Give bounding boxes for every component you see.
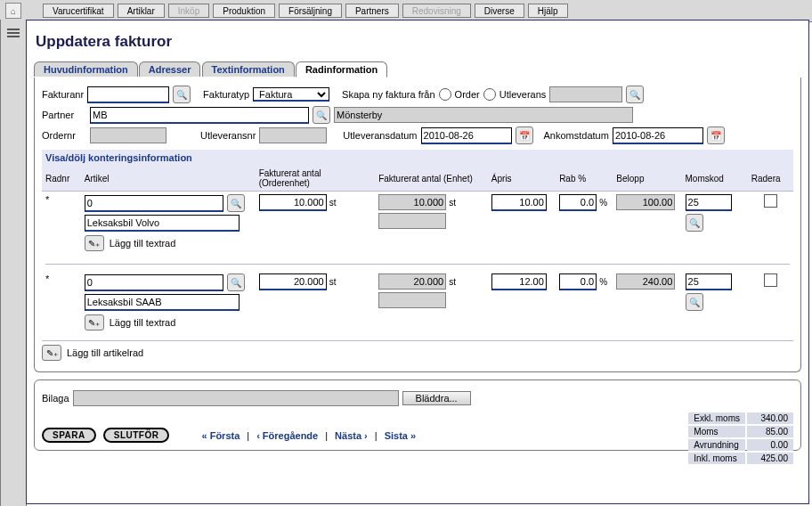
add-articlerow-label: Lägg till artikelrad (67, 347, 143, 358)
radnr-cell: * (42, 192, 81, 258)
menu-produktion[interactable]: Produktion (213, 4, 275, 18)
pager-last[interactable]: Sista » (385, 430, 416, 441)
avrundning-label: Avrundning (688, 439, 745, 451)
utleverans-ref-input (549, 86, 622, 102)
radera-checkbox[interactable] (764, 273, 777, 287)
artikel-code-input[interactable] (85, 195, 223, 212)
ordernr-input (90, 127, 166, 143)
artikel-name-input[interactable] (85, 215, 240, 232)
momskod-input[interactable] (686, 273, 732, 290)
col-rab: Rab % (556, 166, 613, 192)
belopp-input (616, 273, 675, 290)
fakt-enhet-input (378, 273, 446, 290)
belopp-input (616, 194, 675, 210)
tab-radinformation[interactable]: Radinformation (296, 61, 387, 78)
search-icon[interactable]: 🔍 (173, 86, 191, 103)
col-fakt-enhet: Fakturerat antal (Enhet) (375, 166, 488, 192)
fakturatyp-select[interactable]: Faktura (253, 87, 329, 102)
pager-sep: | (325, 430, 328, 441)
bilaga-input[interactable] (73, 390, 399, 406)
totals: Exkl. moms340.00 Moms85.00 Avrundning0.0… (686, 411, 795, 466)
search-icon[interactable]: 🔍 (313, 106, 330, 124)
ankomstdatum-input[interactable] (613, 127, 703, 144)
search-icon[interactable]: 🔍 (626, 86, 644, 103)
ankomstdatum-label: Ankomstdatum (544, 130, 609, 141)
pager-prev[interactable]: ‹ Föregående (256, 430, 318, 441)
table-row: * 🔍 ✎₊ Lägg till textrad st (42, 192, 793, 258)
moms-label: Moms (688, 426, 745, 437)
page-title: Uppdatera fakturor (27, 20, 808, 60)
menu-hjalp[interactable]: Hjälp (528, 4, 568, 18)
save-button[interactable]: SPARA (42, 428, 96, 443)
gutter-handle-icon (7, 36, 20, 37)
utleverans-radio[interactable] (483, 88, 496, 101)
finish-button[interactable]: SLUTFÖR (103, 428, 170, 443)
artikel-name-input[interactable] (85, 294, 240, 311)
pager-sep: | (375, 430, 378, 441)
incl-moms-value: 425.00 (747, 453, 793, 464)
radnr-cell: * (42, 271, 81, 337)
menu-redovisning: Redovisning (402, 4, 471, 18)
fakt-order-input[interactable] (259, 273, 327, 290)
enhet-unit: st (446, 198, 456, 208)
pager-first[interactable]: « Första (201, 430, 240, 441)
apris-input[interactable] (491, 273, 547, 290)
fakt-enhet-input (378, 194, 446, 210)
table-row: * 🔍 ✎₊ Lägg till textrad st (42, 271, 793, 337)
col-momskod: Momskod (682, 166, 748, 192)
add-textrow-button[interactable]: ✎₊ Lägg till textrad (85, 314, 252, 331)
bottom-panel: Bilaga Bläddra... Exkl. moms340.00 Moms8… (34, 380, 801, 451)
artikel-code-input[interactable] (85, 274, 223, 291)
fakturatyp-label: Fakturatyp (203, 89, 249, 100)
col-fakt-order: Fakturerat antal (Orderenhet) (256, 166, 376, 192)
fakt-order-input[interactable] (259, 194, 327, 211)
incl-moms-label: Inkl. moms (688, 453, 745, 464)
search-icon[interactable]: 🔍 (686, 293, 703, 311)
partner-name-input (334, 107, 633, 123)
utleveransnr-input (259, 127, 327, 143)
utleverans-radio-label: Utleverans (499, 89, 547, 100)
menu-diverse[interactable]: Diverse (475, 4, 524, 18)
fakturanr-input[interactable] (87, 86, 169, 103)
utleveransdatum-input[interactable] (421, 127, 512, 144)
percent-label: % (597, 277, 607, 287)
browse-button[interactable]: Bläddra... (402, 391, 471, 405)
excl-moms-value: 340.00 (747, 412, 793, 424)
calendar-icon[interactable]: 📅 (707, 126, 725, 144)
avrundning-value: 0.00 (747, 439, 793, 451)
menu-artiklar[interactable]: Artiklar (118, 4, 165, 18)
order-radio[interactable] (439, 88, 451, 101)
fakturanr-label: Fakturanr (42, 89, 84, 100)
menu-varucertifikat[interactable]: Varucertifikat (43, 4, 114, 18)
search-icon[interactable]: 🔍 (227, 194, 245, 212)
col-radnr: Radnr (42, 166, 81, 192)
skapa-label: Skapa ny faktura från (342, 89, 435, 100)
tabs: Huvudinformation Adresser Textinformatio… (34, 60, 808, 78)
momskod-input[interactable] (686, 194, 732, 211)
utleveransdatum-label: Utleveransdatum (343, 130, 417, 141)
menu-forsaljning[interactable]: Försäljning (279, 4, 342, 18)
ordernr-label: Ordernr (42, 130, 86, 141)
tab-textinformation[interactable]: Textinformation (202, 61, 295, 77)
bilaga-label: Bilaga (42, 393, 69, 404)
tab-huvudinformation[interactable]: Huvudinformation (34, 61, 138, 77)
toggle-kontering-link[interactable]: Visa/dölj konteringsinformation (45, 152, 192, 163)
add-textrow-button[interactable]: ✎₊ Lägg till textrad (85, 235, 252, 251)
add-textrow-label: Lägg till textrad (110, 238, 176, 249)
excl-moms-label: Exkl. moms (688, 412, 745, 424)
apris-input[interactable] (491, 194, 547, 211)
add-articlerow-button[interactable]: ✎₊ Lägg till artikelrad (42, 345, 793, 361)
rab-input[interactable] (559, 273, 597, 290)
tab-adresser[interactable]: Adresser (139, 61, 201, 77)
menu-partners[interactable]: Partners (345, 4, 399, 18)
search-icon[interactable]: 🔍 (227, 273, 245, 291)
radera-checkbox[interactable] (764, 194, 777, 208)
col-radera: Radera (748, 166, 793, 192)
home-icon[interactable]: ⌂ (5, 3, 21, 19)
partner-code-input[interactable] (90, 107, 309, 124)
order-unit: st (327, 198, 337, 208)
search-icon[interactable]: 🔍 (686, 214, 703, 232)
calendar-icon[interactable]: 📅 (516, 126, 533, 144)
pager-next[interactable]: Nästa › (335, 430, 368, 441)
rab-input[interactable] (559, 194, 597, 211)
